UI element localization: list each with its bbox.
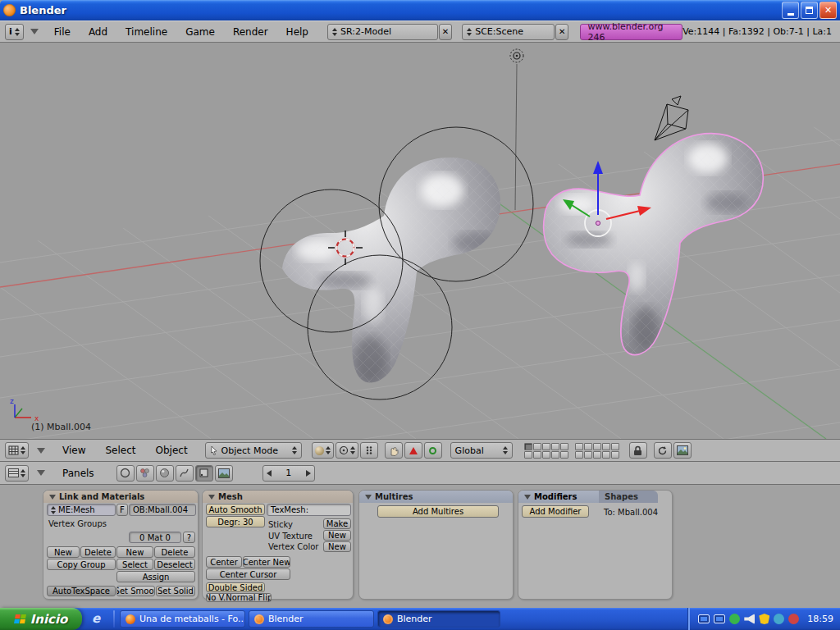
- taskbar-item-firefox[interactable]: Una de metaballs - Fo...: [120, 610, 245, 628]
- material-question-button[interactable]: ?: [183, 532, 195, 543]
- manipulator-hand-toggle[interactable]: [385, 442, 403, 459]
- buttons-window-type-button[interactable]: [5, 465, 29, 482]
- translate-manipulator-toggle[interactable]: [404, 442, 422, 459]
- fake-user-button[interactable]: F: [116, 504, 128, 516]
- assign-button[interactable]: Assign: [116, 571, 195, 582]
- tray-volume-icon[interactable]: [744, 614, 755, 624]
- delete-vgroup-button[interactable]: Delete: [80, 546, 116, 558]
- copy-group-button[interactable]: Copy Group: [47, 559, 116, 570]
- layer-toggle[interactable]: [584, 451, 592, 459]
- snap-dots-button[interactable]: [360, 442, 378, 459]
- modifiers-tab[interactable]: Modifiers: [518, 491, 599, 503]
- layer-toggle[interactable]: [593, 443, 601, 450]
- center-cursor-button[interactable]: Center Cursor: [206, 568, 290, 580]
- logic-context-button[interactable]: [116, 465, 135, 482]
- lock-layers-button[interactable]: [629, 442, 647, 459]
- layer-toggle[interactable]: [551, 451, 559, 459]
- orientation-dropdown[interactable]: Global: [450, 442, 513, 459]
- close-button[interactable]: ✕: [819, 2, 837, 19]
- layer-toggle[interactable]: [575, 451, 583, 459]
- scene-delete-button[interactable]: ✕: [555, 24, 569, 40]
- mesh-panel-header[interactable]: Mesh: [203, 491, 353, 503]
- center-new-button[interactable]: Center New: [243, 556, 290, 568]
- editing-context-button[interactable]: [195, 465, 213, 482]
- tray-antivirus-icon[interactable]: [788, 614, 799, 624]
- menu-object[interactable]: Object: [147, 445, 197, 456]
- collapse-header-triangle[interactable]: [37, 448, 45, 454]
- layer-toggle[interactable]: [533, 451, 541, 459]
- layer-toggle[interactable]: [524, 451, 532, 459]
- panels-menu[interactable]: Panels: [53, 468, 103, 479]
- layer-toggle[interactable]: [560, 443, 568, 450]
- layer-toggle[interactable]: [611, 451, 619, 459]
- ie-quicklaunch-icon[interactable]: e: [92, 611, 100, 626]
- multires-panel-header[interactable]: Multires: [359, 491, 513, 503]
- material-context-button[interactable]: [156, 465, 174, 482]
- layer-toggle[interactable]: [524, 443, 532, 450]
- minimize-button[interactable]: [782, 2, 799, 19]
- new-uv-button[interactable]: New: [323, 530, 351, 541]
- collapse-menu-triangle[interactable]: [30, 29, 39, 34]
- add-modifier-button[interactable]: Add Modifier: [522, 505, 589, 518]
- layer-toggle[interactable]: [542, 443, 550, 450]
- layer-toggle[interactable]: [560, 451, 568, 459]
- screen-selector[interactable]: SR:2-Model: [327, 24, 438, 40]
- add-multires-button[interactable]: Add Multires: [377, 505, 499, 518]
- menu-file[interactable]: File: [45, 26, 80, 38]
- tray-display-icon[interactable]: [714, 614, 725, 623]
- degr-slider[interactable]: Degr: 30: [206, 516, 265, 527]
- collapse-header-triangle[interactable]: [37, 470, 45, 476]
- start-button[interactable]: Inicio: [0, 608, 82, 630]
- layer-toggle[interactable]: [551, 443, 559, 450]
- frame-counter[interactable]: 1: [262, 465, 315, 482]
- menu-select[interactable]: Select: [96, 445, 144, 456]
- editor-type-button[interactable]: i: [5, 24, 24, 40]
- texmesh-field[interactable]: TexMesh:: [267, 504, 351, 516]
- delete-material-button[interactable]: Delete: [154, 546, 195, 558]
- tray-update-icon[interactable]: [774, 614, 784, 624]
- taskbar-clock[interactable]: 18:59: [807, 614, 833, 624]
- link-panel-header[interactable]: Link and Materials: [43, 491, 198, 503]
- deselect-button[interactable]: Deselect: [154, 559, 195, 570]
- menu-render[interactable]: Render: [224, 26, 277, 38]
- render-this-window-button[interactable]: [673, 442, 692, 459]
- mesh-datablock-field[interactable]: ME:Mesh: [47, 504, 116, 516]
- double-sided-toggle[interactable]: Double Sided: [206, 582, 265, 592]
- viewport-type-button[interactable]: [5, 442, 29, 459]
- tray-security-icon[interactable]: [759, 614, 769, 624]
- new-vgroup-button[interactable]: New: [47, 546, 80, 558]
- layer-toggle[interactable]: [593, 451, 601, 459]
- website-button[interactable]: www.blender.org 246: [580, 24, 682, 40]
- shapes-tab[interactable]: Shapes: [599, 491, 658, 503]
- menu-help[interactable]: Help: [277, 26, 317, 38]
- menu-add[interactable]: Add: [80, 26, 116, 38]
- layer-toggle[interactable]: [602, 443, 610, 450]
- menu-game[interactable]: Game: [176, 26, 224, 38]
- layer-toggle[interactable]: [602, 451, 610, 459]
- scene-context-button[interactable]: [215, 465, 233, 482]
- frame-next-icon[interactable]: [306, 470, 311, 477]
- scene-selector[interactable]: SCE:Scene: [462, 24, 555, 40]
- taskbar-item-blender-2-active[interactable]: Blender: [377, 610, 500, 628]
- pivot-dropdown[interactable]: [336, 442, 358, 459]
- shading-context-button[interactable]: [136, 465, 154, 482]
- new-vcol-button[interactable]: New: [323, 541, 351, 552]
- screen-delete-button[interactable]: ✕: [439, 24, 453, 40]
- set-smooth-button[interactable]: Set Smoot: [116, 586, 155, 596]
- draw-type-dropdown[interactable]: [312, 442, 334, 459]
- set-solid-button[interactable]: Set Solid: [156, 586, 195, 596]
- viewport-canvas[interactable]: x z (1) Mball.004: [0, 43, 840, 439]
- layer-toggle[interactable]: [611, 443, 619, 450]
- autotexspace-button[interactable]: AutoTexSpace: [47, 586, 116, 596]
- select-button[interactable]: Select: [116, 559, 153, 570]
- menu-view[interactable]: View: [53, 445, 94, 456]
- layer-toggle[interactable]: [575, 443, 583, 450]
- curve-context-button[interactable]: [176, 465, 194, 482]
- tray-messenger-icon[interactable]: [729, 614, 740, 624]
- frame-prev-icon[interactable]: [267, 470, 272, 477]
- object-name-field[interactable]: OB:Mball.004: [129, 504, 196, 516]
- layer-toggle[interactable]: [542, 451, 550, 459]
- new-material-button[interactable]: New: [116, 546, 153, 558]
- menu-timeline[interactable]: Timeline: [116, 26, 176, 38]
- maximize-button[interactable]: [801, 2, 818, 19]
